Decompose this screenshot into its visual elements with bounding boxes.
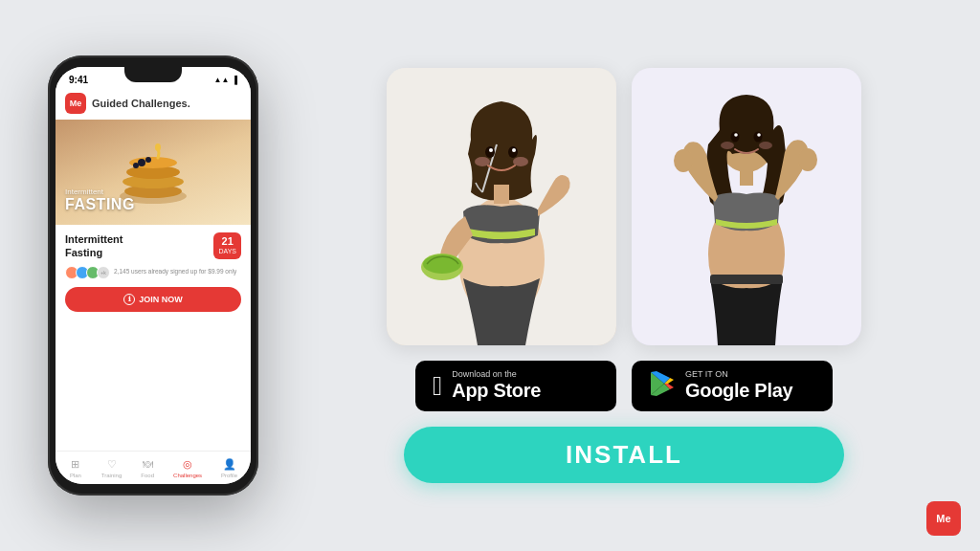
google-play-button[interactable]: GET IT ON Google Play (632, 361, 833, 411)
svg-point-20 (475, 157, 490, 166)
avatar-count: +k (97, 266, 110, 279)
google-play-text: GET IT ON Google Play (685, 370, 792, 402)
photos-row (387, 68, 861, 345)
app-store-small: Download on the (452, 370, 541, 379)
phone-section: 9:41 ▲▲ ▐ Me Guided Challenges. (29, 55, 278, 496)
app-logo: Me (65, 93, 86, 114)
app-store-text: Download on the App Store (452, 370, 541, 402)
card-badge: 21 DAYS (213, 232, 241, 259)
svg-point-30 (754, 132, 763, 143)
svg-point-17 (508, 146, 518, 158)
nav-profile[interactable]: 👤 Profile (221, 457, 237, 478)
right-section:  Download on the App Store (297, 68, 951, 483)
svg-point-6 (138, 159, 145, 166)
join-button[interactable]: ℹ JOIN NOW (65, 287, 241, 312)
badge-number: 21 (218, 235, 236, 248)
photo-card-1 (387, 68, 616, 345)
phone-nav: ⊞ Plan ♡ Training 🍽 Food ◎ Challenges (56, 451, 251, 484)
phone-frame: 9:41 ▲▲ ▐ Me Guided Challenges. (48, 55, 258, 496)
install-label: INSTALL (566, 440, 682, 469)
hero-title: FASTING (65, 196, 135, 213)
svg-point-19 (512, 148, 516, 152)
app-store-large: App Store (452, 379, 541, 402)
nav-training[interactable]: ♡ Training (101, 457, 122, 478)
install-button[interactable]: INSTALL (404, 427, 844, 483)
bottom-right-logo: Me (926, 501, 961, 536)
training-icon: ♡ (105, 457, 119, 471)
food-icon: 🍽 (141, 457, 154, 471)
join-icon: ℹ (123, 294, 135, 305)
plan-icon: ⊞ (69, 457, 82, 471)
phone-card: 21 DAYS IntermittentFasting +k 2,145 use… (56, 225, 251, 451)
svg-point-5 (155, 143, 161, 151)
svg-point-26 (674, 149, 693, 172)
svg-rect-12 (494, 185, 509, 204)
status-time: 9:41 (69, 75, 88, 85)
photo-card-2 (632, 68, 861, 345)
svg-point-8 (145, 157, 151, 163)
users-text: 2,145 users already signed up for $9.99 … (114, 268, 236, 276)
phone-notch (124, 67, 182, 82)
nav-challenges[interactable]: ◎ Challenges (173, 457, 202, 478)
status-icons: ▲▲ ▐ (213, 76, 237, 84)
phone-hero: Intermittent FASTING (56, 120, 251, 225)
woman-salad-illustration (387, 68, 616, 345)
nav-food[interactable]: 🍽 Food (141, 457, 154, 478)
svg-point-21 (513, 157, 528, 166)
profile-icon: 👤 (223, 457, 236, 471)
nav-training-label: Training (101, 473, 122, 478)
avatar-group: +k (65, 266, 110, 279)
google-play-large: Google Play (685, 379, 792, 402)
join-label: JOIN NOW (139, 295, 183, 304)
store-buttons-row:  Download on the App Store (415, 361, 833, 411)
google-play-icon (649, 370, 676, 402)
google-play-small: GET IT ON (685, 370, 792, 379)
svg-point-29 (731, 132, 740, 143)
apple-icon:  (433, 373, 442, 400)
nav-plan-label: Plan (70, 473, 81, 478)
svg-point-18 (489, 148, 493, 152)
nav-profile-label: Profile (221, 473, 237, 478)
phone-screen: 9:41 ▲▲ ▐ Me Guided Challenges. (56, 67, 251, 484)
hero-text-overlay: Intermittent FASTING (65, 187, 135, 213)
hero-subtitle: Intermittent (65, 187, 135, 196)
svg-rect-25 (740, 168, 753, 186)
app-title: Guided Challenges. (92, 98, 190, 109)
badge-label: DAYS (218, 248, 236, 255)
svg-point-7 (133, 163, 139, 168)
woman-fitness-illustration (632, 68, 861, 345)
svg-point-34 (759, 142, 772, 149)
svg-point-31 (734, 133, 738, 137)
card-users: +k 2,145 users already signed up for $9.… (65, 266, 241, 279)
svg-rect-28 (710, 275, 783, 284)
nav-plan[interactable]: ⊞ Plan (69, 457, 82, 478)
svg-point-33 (721, 142, 734, 149)
svg-point-32 (757, 133, 761, 137)
app-store-button[interactable]:  Download on the App Store (415, 361, 616, 411)
main-container: 9:41 ▲▲ ▐ Me Guided Challenges. (0, 0, 980, 551)
app-header: Me Guided Challenges. (56, 89, 251, 120)
svg-point-27 (798, 148, 817, 171)
nav-food-label: Food (141, 473, 154, 478)
nav-challenges-label: Challenges (173, 473, 202, 478)
challenges-icon: ◎ (181, 457, 194, 471)
svg-point-16 (485, 146, 495, 158)
